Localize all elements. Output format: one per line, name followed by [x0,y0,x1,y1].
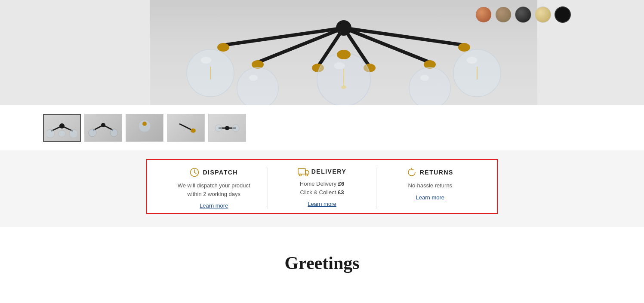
divider-2 [376,168,376,209]
delivery-learn-more[interactable]: Learn more [308,201,336,207]
swatch-copper[interactable] [475,6,492,23]
svg-point-38 [110,129,118,137]
info-columns: DISPATCH We will dispatch your product w… [147,168,497,209]
svg-point-44 [215,125,222,132]
thumbnail-5[interactable] [208,114,246,142]
dispatch-description: We will dispatch your product within 2 w… [178,181,250,198]
dispatch-title: DISPATCH [203,169,237,176]
delivery-title: DELIVERY [311,168,347,175]
returns-learn-more[interactable]: Learn more [416,194,444,201]
delivery-column: DELIVERY Home Delivery £6 Click & Collec… [272,168,371,207]
swatch-black[interactable] [555,6,571,23]
svg-point-33 [59,130,65,137]
thumbnail-3[interactable] [126,114,163,142]
swatch-black-gold[interactable] [515,6,531,23]
delivery-description: Home Delivery £6 Click & Collect £3 [300,180,344,196]
thumbnail-1[interactable] [43,114,81,142]
info-banner-inner: DISPATCH We will dispatch your product w… [146,159,498,214]
svg-line-41 [179,124,192,130]
svg-line-36 [103,125,113,130]
dispatch-column: DISPATCH We will dispatch your product w… [164,168,263,209]
svg-point-45 [232,125,239,132]
refresh-icon [407,168,416,177]
svg-point-23 [409,67,450,105]
svg-point-22 [341,86,346,89]
color-swatches [475,6,571,23]
returns-description: No-hassle returns [408,181,453,190]
svg-point-17 [249,75,258,81]
clock-icon [190,168,199,177]
thumbnail-2[interactable] [84,114,122,142]
svg-line-49 [194,172,196,174]
truck-icon [298,168,308,175]
thumbnail-4[interactable] [167,114,205,142]
svg-point-24 [420,75,429,81]
product-image-area [0,0,644,105]
svg-point-51 [299,174,301,176]
svg-rect-50 [298,168,305,174]
returns-title: RETURNS [420,169,453,176]
divider-1 [268,168,268,209]
svg-point-8 [458,43,470,52]
dispatch-learn-more[interactable]: Learn more [200,202,228,209]
returns-header: RETURNS [407,168,453,177]
svg-point-46 [225,126,229,130]
svg-point-7 [217,43,229,52]
svg-point-14 [201,57,211,64]
svg-point-37 [89,129,96,137]
svg-line-35 [93,125,103,130]
svg-point-42 [191,129,196,133]
svg-point-20 [334,62,345,69]
greetings-section: Greetings [0,227,644,282]
svg-point-52 [305,174,308,176]
info-banner: DISPATCH We will dispatch your product w… [0,150,644,227]
thumbnail-strip [0,105,644,150]
svg-point-31 [47,129,55,138]
swatch-brushed-gold[interactable] [535,6,551,23]
greetings-title: Greetings [0,253,644,273]
svg-point-26 [467,57,477,64]
swatch-antique-brass[interactable] [495,6,512,23]
svg-point-40 [142,122,147,126]
svg-point-16 [237,67,278,105]
svg-point-32 [69,129,77,138]
svg-point-19 [337,50,351,59]
delivery-header: DELIVERY [298,168,347,175]
dispatch-header: DISPATCH [190,168,237,177]
returns-column: RETURNS No-hassle returns Learn more [381,168,480,201]
